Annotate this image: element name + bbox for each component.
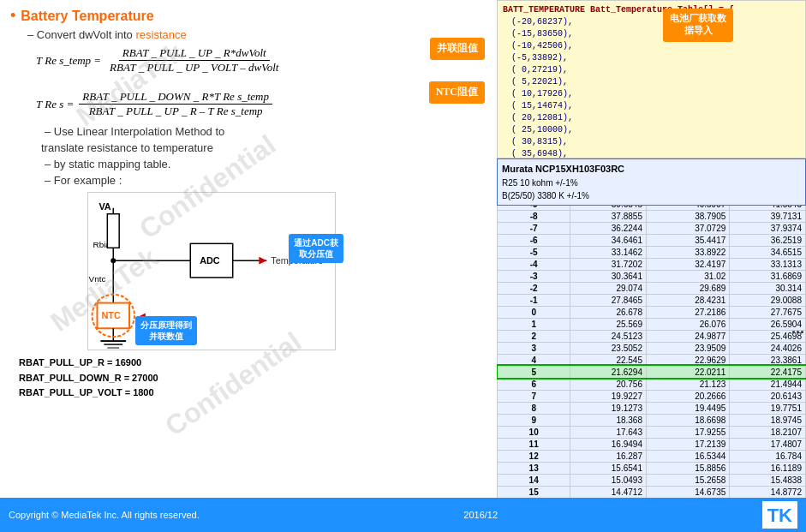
murata-info: Murata NCP15XH103F03RC R25 10 kohm +/-1%…	[497, 158, 806, 206]
table-row: -127.846528.423129.0088	[498, 294, 806, 306]
table-row: -330.364131.0231.6869	[498, 270, 806, 282]
parallel-resistance-callout: 并联阻值	[430, 38, 485, 60]
cell-18-2: 29.689	[646, 282, 729, 294]
cell-29-2: 18.6698	[646, 414, 729, 426]
table-row: 1017.64317.925518.2107	[498, 426, 806, 438]
table-row: 1116.949417.213917.4807	[498, 438, 806, 450]
code-title: BATT_TEMPERATURE Batt_Temperature_Table[…	[503, 4, 800, 16]
cell-26-1: 20.756	[570, 378, 647, 390]
content-area: • Battery Temperature – Convert dwVolt i…	[0, 0, 806, 498]
cell-19-2: 28.4231	[646, 294, 729, 306]
cell-23-0: 3	[498, 342, 570, 354]
table-row: 125.56926.07626.5904	[498, 318, 806, 330]
params-block: RBAT_PULL_UP_R = 16900 RBAT_PULL_DOWN_R …	[19, 356, 487, 401]
table-row: 323.505223.950924.4026	[498, 342, 806, 354]
formula2-fraction: RBAT _ PULL _ DOWN _ R*T Re s_temp RBAT …	[79, 90, 272, 118]
table-row: -837.885538.790539.7131	[498, 210, 806, 222]
cell-28-3: 19.7751	[730, 402, 806, 414]
formula2-den: RBAT _ PULL _ UP _ R – T Re s_temp	[86, 105, 266, 118]
cell-13-2: 37.0729	[646, 222, 729, 234]
cell-15-2: 33.8922	[646, 246, 729, 258]
bottom-bar: Copyright © MediaTek Inc. All rights res…	[0, 498, 806, 532]
cell-15-0: -5	[498, 246, 570, 258]
cell-14-2: 35.4417	[646, 234, 729, 246]
code-line-1: (-20,68237),	[503, 16, 800, 28]
cell-20-2: 27.2186	[646, 306, 729, 318]
cell-24-2: 22.9629	[646, 354, 729, 366]
cell-34-0: 14	[498, 474, 570, 486]
cell-15-3: 34.6515	[730, 246, 806, 258]
cell-12-1: 37.8855	[570, 210, 647, 222]
cell-27-1: 19.9227	[570, 390, 647, 402]
code-line-5: ( 0,27219),	[503, 64, 800, 76]
cell-34-2: 15.2658	[646, 474, 729, 486]
table-row: 918.36818.669818.9745	[498, 414, 806, 426]
table-inner: Murata NCP15XH103F03RC R25 10 kohm +/-1%…	[497, 158, 806, 498]
cell-33-2: 15.8856	[646, 462, 729, 474]
code-block: BATT_TEMPERATURE Batt_Temperature_Table[…	[497, 0, 806, 158]
cell-28-2: 19.4495	[646, 402, 729, 414]
ntc-table-scroll[interactable]: TEMP.(deg.C) R-low(kohm) R-center(kohm) …	[497, 206, 806, 499]
cell-26-3: 21.4944	[730, 378, 806, 390]
cell-33-1: 15.6541	[570, 462, 647, 474]
code-line-2: (-15,83650),	[503, 28, 800, 40]
table-row: 224.512324.987725.4698	[498, 330, 806, 342]
cell-31-3: 17.4807	[730, 438, 806, 450]
cell-27-3: 20.6143	[730, 390, 806, 402]
ntc-resistance-callout: NTC阻值	[429, 81, 485, 104]
circuit-section: VA Rbias	[10, 192, 487, 350]
main-container: MediaTek Confidential MediaTek Confident…	[0, 0, 806, 532]
cell-34-3: 15.4838	[730, 474, 806, 486]
left-panel: • Battery Temperature – Convert dwVolt i…	[0, 0, 497, 498]
cell-17-1: 30.3641	[570, 270, 647, 282]
cell-22-1: 24.5123	[570, 330, 647, 342]
svg-text:NTC: NTC	[101, 310, 120, 320]
table-row: 620.75621.12321.4944	[498, 378, 806, 390]
cell-23-1: 23.5052	[570, 342, 647, 354]
murata-b2550: B(25/50) 3380 K +/-1%	[502, 191, 589, 200]
cell-30-2: 17.9255	[646, 426, 729, 438]
cell-29-3: 18.9745	[730, 414, 806, 426]
voltage-divider-callout: 分压原理得到并联数值	[135, 316, 197, 345]
cell-34-1: 15.0493	[570, 474, 647, 486]
table-row: 1415.049315.265815.4838	[498, 474, 806, 486]
cell-33-0: 13	[498, 462, 570, 474]
cell-24-3: 23.3861	[730, 354, 806, 366]
formula1-prefix: T Re s_temp =	[36, 54, 101, 68]
cell-23-2: 23.9509	[646, 342, 729, 354]
interpolation-section: – Use Linear Interpolation Method to tra…	[27, 125, 487, 187]
cell-18-0: -2	[498, 282, 570, 294]
table-row: 521.629422.021122.4175	[498, 366, 806, 378]
cell-35-2: 14.6735	[646, 486, 729, 498]
cell-25-2: 22.0211	[646, 366, 729, 378]
table-row: 422.54522.962923.3861	[498, 354, 806, 366]
formula-1: T Re s_temp = RBAT _ PULL _ UP _ R*dwVol…	[36, 46, 487, 75]
cell-27-2: 20.2666	[646, 390, 729, 402]
cell-25-1: 21.6294	[570, 366, 647, 378]
resistance-highlight-2: resistance	[87, 141, 137, 154]
circuit-svg: VA Rbias	[88, 193, 335, 350]
cell-17-2: 31.02	[646, 270, 729, 282]
sub-bullet-2b: translate resistance to temperature	[41, 141, 487, 154]
sub-bullet-4: – For example :	[45, 174, 487, 187]
cell-31-1: 16.9494	[570, 438, 647, 450]
table-row: -431.720232.419733.1313	[498, 258, 806, 270]
formula1-den: RBAT _ PULL _ UP _ VOLT – dwVolt	[106, 61, 282, 75]
svg-rect-2	[107, 214, 119, 248]
table-row: 1514.471214.673514.8772	[498, 486, 806, 498]
cell-16-2: 32.4197	[646, 258, 729, 270]
sub-bullet-1: – Convert dwVolt into resistance	[27, 28, 487, 41]
cell-24-1: 22.545	[570, 354, 647, 366]
cell-13-0: -7	[498, 222, 570, 234]
svg-text:VA: VA	[99, 201, 110, 212]
ntc-table: TEMP.(deg.C) R-low(kohm) R-center(kohm) …	[497, 206, 806, 499]
cell-17-3: 31.6869	[730, 270, 806, 282]
table-row: 719.922720.266620.6143	[498, 390, 806, 402]
ellipsis-dots: ...	[791, 320, 804, 338]
table-section: Murata NCP15XH103F03RC R25 10 kohm +/-1%…	[497, 158, 806, 498]
cell-31-0: 11	[498, 438, 570, 450]
table-row: 1315.654115.885616.1189	[498, 462, 806, 474]
table-row: -736.224437.072937.9374	[498, 222, 806, 234]
cell-13-1: 36.2244	[570, 222, 647, 234]
sub-bullet-3: – by static mapping table.	[45, 158, 487, 170]
